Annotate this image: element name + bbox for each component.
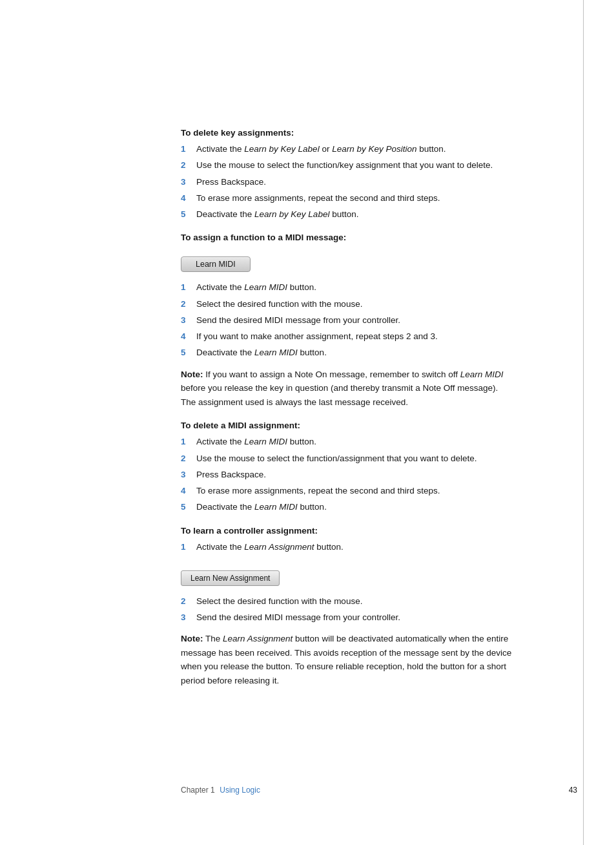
learn-midi-button[interactable]: Learn MIDI <box>181 256 251 272</box>
section-delete-midi: To delete a MIDI assignment: 1 Activate … <box>181 421 513 514</box>
page-footer: Chapter 1 Using Logic 43 <box>0 785 616 795</box>
step-text: Deactivate the Learn MIDI button. <box>196 501 327 514</box>
step-number: 4 <box>181 330 192 343</box>
heading-assign-midi: To assign a function to a MIDI message: <box>181 233 513 242</box>
step-number: 5 <box>181 501 192 514</box>
list-item: 1 Activate the Learn by Key Label or Lea… <box>181 143 513 156</box>
list-item: 2 Select the desired function with the m… <box>181 595 513 608</box>
step-text: Activate the Learn by Key Label or Learn… <box>196 143 446 156</box>
step-text: Select the desired function with the mou… <box>196 595 362 608</box>
section-learn-controller: To learn a controller assignment: 1 Acti… <box>181 526 513 688</box>
list-item: 2 Select the desired function with the m… <box>181 298 513 311</box>
list-item: 4 If you want to make another assignment… <box>181 330 513 343</box>
list-delete-midi: 1 Activate the Learn MIDI button. 2 Use … <box>181 435 513 514</box>
list-item: 2 Use the mouse to select the function/k… <box>181 159 513 172</box>
chapter-link[interactable]: Using Logic <box>220 786 260 795</box>
step-text: If you want to make another assignment, … <box>196 330 438 343</box>
step-number: 3 <box>181 611 192 624</box>
content-area: To delete key assignments: 1 Activate th… <box>181 128 513 688</box>
step-text: Activate the Learn Assignment button. <box>196 541 344 554</box>
step-text: To erase more assignments, repeat the se… <box>196 485 440 497</box>
heading-delete-midi: To delete a MIDI assignment: <box>181 421 513 430</box>
chapter-label: Chapter 1 <box>181 786 215 795</box>
list-item: 3 Press Backspace. <box>181 468 513 481</box>
step-number: 1 <box>181 435 192 448</box>
list-learn-after-button: 2 Select the desired function with the m… <box>181 595 513 625</box>
step-number: 2 <box>181 159 192 172</box>
step-number: 2 <box>181 595 192 608</box>
page-number: 43 <box>569 786 577 795</box>
note-learn-assignment: Note: The Learn Assignment button will b… <box>181 632 513 687</box>
heading-delete-key: To delete key assignments: <box>181 128 513 138</box>
step-text: Send the desired MIDI message from your … <box>196 314 400 327</box>
list-item: 4 To erase more assignments, repeat the … <box>181 192 513 205</box>
step-text: Deactivate the Learn MIDI button. <box>196 346 327 359</box>
list-item: 5 Deactivate the Learn MIDI button. <box>181 346 513 359</box>
list-item: 3 Send the desired MIDI message from you… <box>181 314 513 327</box>
step-text: Press Backspace. <box>196 468 266 481</box>
step-number: 3 <box>181 468 192 481</box>
list-item: 3 Press Backspace. <box>181 176 513 189</box>
step-number: 1 <box>181 143 192 156</box>
step-text: Deactivate the Learn by Key Label button… <box>196 208 358 221</box>
learn-assignment-button-image: Learn New Assignment <box>181 570 280 586</box>
list-item: 3 Send the desired MIDI message from you… <box>181 611 513 624</box>
section-assign-midi: To assign a function to a MIDI message: … <box>181 233 513 409</box>
list-item: 1 Activate the Learn MIDI button. <box>181 435 513 448</box>
list-delete-key: 1 Activate the Learn by Key Label or Lea… <box>181 143 513 221</box>
list-item: 1 Activate the Learn MIDI button. <box>181 281 513 294</box>
list-item: 2 Use the mouse to select the function/a… <box>181 452 513 465</box>
step-text: Send the desired MIDI message from your … <box>196 611 400 624</box>
step-text: Activate the Learn MIDI button. <box>196 435 316 448</box>
step-text: To erase more assignments, repeat the se… <box>196 192 440 205</box>
list-learn-before-button: 1 Activate the Learn Assignment button. <box>181 541 513 554</box>
step-number: 3 <box>181 314 192 327</box>
step-text: Use the mouse to select the function/key… <box>196 159 493 172</box>
learn-midi-button-image: Learn MIDI <box>181 256 251 272</box>
step-number: 3 <box>181 176 192 189</box>
list-item: 5 Deactivate the Learn MIDI button. <box>181 501 513 514</box>
list-item: 4 To erase more assignments, repeat the … <box>181 485 513 497</box>
list-assign-midi: 1 Activate the Learn MIDI button. 2 Sele… <box>181 281 513 359</box>
step-text: Select the desired function with the mou… <box>196 298 362 311</box>
note-midi: Note: If you want to assign a Note On me… <box>181 368 513 410</box>
heading-learn-controller: To learn a controller assignment: <box>181 526 513 536</box>
step-number: 2 <box>181 452 192 465</box>
list-item: 5 Deactivate the Learn by Key Label butt… <box>181 208 513 221</box>
page-container: To delete key assignments: 1 Activate th… <box>0 0 616 845</box>
step-text: Press Backspace. <box>196 176 266 189</box>
step-number: 2 <box>181 298 192 311</box>
step-number: 1 <box>181 281 192 294</box>
right-border-line <box>583 0 584 845</box>
step-number: 5 <box>181 346 192 359</box>
step-number: 4 <box>181 485 192 497</box>
step-number: 1 <box>181 541 192 554</box>
step-number: 4 <box>181 192 192 205</box>
step-text: Activate the Learn MIDI button. <box>196 281 316 294</box>
learn-new-assignment-button[interactable]: Learn New Assignment <box>181 570 280 586</box>
list-item: 1 Activate the Learn Assignment button. <box>181 541 513 554</box>
step-text: Use the mouse to select the function/ass… <box>196 452 477 465</box>
section-delete-key: To delete key assignments: 1 Activate th… <box>181 128 513 221</box>
step-number: 5 <box>181 208 192 221</box>
